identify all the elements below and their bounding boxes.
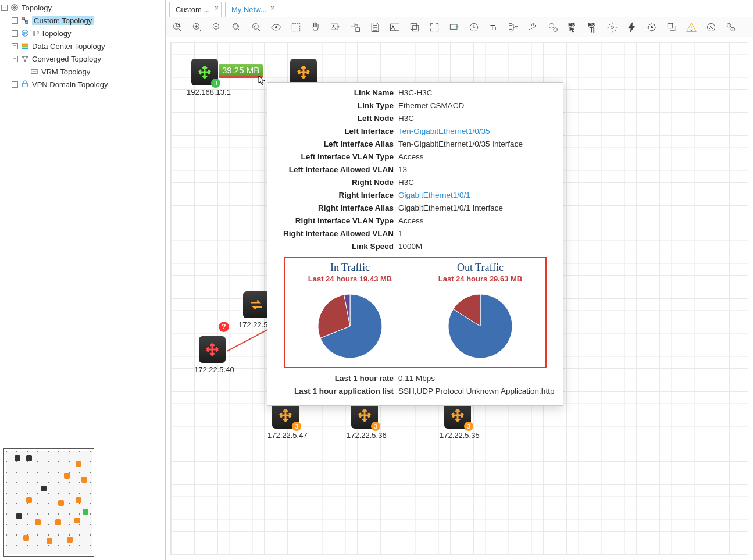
warn-button[interactable] bbox=[684, 20, 698, 34]
zoom-area-button[interactable] bbox=[230, 20, 244, 34]
close-icon[interactable]: × bbox=[270, 4, 274, 12]
zoom-fit-button[interactable]: 1:1 bbox=[170, 20, 184, 34]
detail-value: GigabitEthernet1/0/1 Interface bbox=[398, 204, 563, 212]
minimap[interactable] bbox=[3, 448, 94, 557]
tree-item-custom-topology[interactable]: +Custom Topology bbox=[10, 14, 165, 27]
svg-rect-1 bbox=[22, 17, 24, 20]
import-button[interactable] bbox=[467, 20, 481, 34]
detail-row: Left InterfaceTen-GigabitEthernet1/0/35 bbox=[267, 124, 563, 137]
link-detail-tooltip: Link NameH3C-H3CLink TypeEthernet CSMACD… bbox=[267, 82, 563, 406]
detail-key: Link Name bbox=[267, 88, 398, 97]
detail-row: Last 1 hour application listSSH,UDP Prot… bbox=[267, 387, 563, 400]
node-ip-label: 192.168.13.1 bbox=[187, 88, 231, 97]
topology-node[interactable]: 3 bbox=[191, 59, 218, 85]
zoom-reset-button[interactable] bbox=[249, 20, 263, 34]
tools-button[interactable] bbox=[526, 20, 540, 34]
detail-key: Right Interface Allowed VLAN bbox=[267, 229, 398, 238]
svg-rect-2 bbox=[26, 21, 28, 23]
detail-value: H3C-H3C bbox=[398, 88, 563, 97]
expand-icon[interactable]: + bbox=[12, 17, 18, 24]
alert-icon[interactable]: ? bbox=[219, 322, 229, 332]
traffic-charts: In Traffic Last 24 hours 19.43 MB Out Tr… bbox=[284, 257, 547, 368]
tree-item-vpn-domain-topology[interactable]: +VPN Domain Topology bbox=[10, 78, 165, 91]
detail-value: Access bbox=[398, 152, 563, 161]
tab-label: Custom ... bbox=[176, 5, 210, 14]
add-node-button[interactable] bbox=[447, 20, 461, 34]
ms-select-button[interactable]: MS bbox=[566, 20, 580, 34]
tab-strip: Custom ... × My Netw... × bbox=[166, 0, 753, 17]
expand-icon[interactable]: + bbox=[12, 81, 18, 88]
tree-item-label: Custom Topology bbox=[32, 16, 94, 25]
tree-root-topology[interactable]: − Topology bbox=[0, 1, 165, 14]
save-button[interactable] bbox=[368, 20, 382, 34]
close-icon[interactable]: × bbox=[215, 4, 219, 12]
interface-link[interactable]: Ten-GigabitEthernet1/0/35 bbox=[398, 127, 563, 135]
add-image-button[interactable] bbox=[329, 20, 342, 34]
svg-text:1:1: 1:1 bbox=[176, 23, 181, 26]
advanced-button[interactable] bbox=[704, 20, 718, 34]
svg-point-49 bbox=[691, 30, 692, 31]
detail-value: 1 bbox=[398, 229, 563, 238]
group-button[interactable] bbox=[348, 20, 362, 34]
svg-point-46 bbox=[651, 26, 652, 28]
detail-row: Left Interface VLAN TypeAccess bbox=[267, 150, 563, 163]
detail-value: 0.11 Mbps bbox=[398, 374, 435, 383]
tree-item-data-center-topology[interactable]: +Data Center Topology bbox=[10, 40, 165, 52]
svg-rect-22 bbox=[331, 24, 338, 30]
detail-row: Right NodeH3C bbox=[267, 176, 563, 188]
detail-value: Access bbox=[398, 216, 563, 225]
svg-rect-21 bbox=[292, 23, 299, 31]
text-button[interactable]: TT bbox=[487, 20, 501, 34]
expand-icon[interactable]: + bbox=[12, 30, 18, 37]
status-badge: 3 bbox=[292, 422, 301, 431]
detail-row: Right Interface VLAN TypeAccess bbox=[267, 214, 563, 227]
detail-key: Link Speed bbox=[267, 242, 398, 251]
show-button[interactable] bbox=[269, 20, 283, 34]
detail-row: Left Interface Allowed VLAN13 bbox=[267, 163, 563, 176]
datacenter-topology-icon bbox=[20, 41, 30, 51]
detail-key: Right Interface VLAN Type bbox=[267, 216, 398, 225]
pie-chart-in bbox=[315, 291, 385, 361]
gear2-button[interactable] bbox=[645, 20, 659, 34]
detail-value: 1000M bbox=[398, 242, 563, 251]
topology-canvas[interactable]: 39.25 MB ? Link NameH3C-H3CLink TypeEthe… bbox=[170, 42, 748, 555]
tree-item-vrm-topology[interactable]: VRM Topology bbox=[10, 65, 165, 78]
find-button[interactable] bbox=[546, 20, 560, 34]
select-button[interactable] bbox=[289, 20, 303, 34]
tab-my-network[interactable]: My Netw... × bbox=[225, 2, 277, 17]
zoom-out-button[interactable] bbox=[210, 20, 224, 34]
fullscreen-button[interactable] bbox=[427, 20, 441, 34]
tree-item-label: Converged Topology bbox=[32, 55, 101, 63]
settings-button[interactable] bbox=[605, 20, 619, 34]
pan-button[interactable] bbox=[309, 20, 323, 34]
detail-key: Left Interface bbox=[267, 127, 398, 135]
tab-custom[interactable]: Custom ... × bbox=[169, 2, 222, 17]
chart-subtitle: Last 24 hours 19.43 MB bbox=[285, 274, 415, 283]
collapse-icon[interactable]: − bbox=[1, 5, 8, 11]
svg-rect-36 bbox=[509, 23, 512, 25]
interface-link[interactable]: GigabitEthernet1/0/1 bbox=[398, 191, 563, 199]
layers-button[interactable] bbox=[665, 20, 679, 34]
detail-value: H3C bbox=[398, 178, 563, 187]
tree-item-converged-topology[interactable]: +Converged Topology bbox=[10, 52, 165, 65]
schematic-button[interactable] bbox=[506, 20, 520, 34]
bolt-button[interactable] bbox=[625, 20, 639, 34]
topology-link[interactable] bbox=[227, 329, 269, 351]
zoom-in-button[interactable] bbox=[190, 20, 204, 34]
tree-item-ip-topology[interactable]: +IPIP Topology bbox=[10, 27, 165, 40]
image-export-button[interactable] bbox=[388, 20, 402, 34]
link-traffic-label[interactable]: 39.25 MB bbox=[219, 64, 263, 78]
chart-out-traffic: Out Traffic Last 24 hours 29.63 MB bbox=[415, 258, 545, 367]
detail-key: Right Node bbox=[267, 178, 398, 187]
svg-rect-7 bbox=[22, 48, 28, 49]
ms-text-button[interactable]: MST| bbox=[586, 20, 599, 34]
expand-icon[interactable]: + bbox=[12, 43, 18, 49]
topology-tree: − Topology +Custom Topology+IPIP Topolog… bbox=[0, 0, 165, 445]
topology-node[interactable] bbox=[243, 291, 270, 318]
link-traffic-value: 39.25 MB bbox=[222, 65, 259, 75]
copy-button[interactable] bbox=[408, 20, 422, 34]
options-button[interactable] bbox=[724, 20, 738, 34]
topology-node[interactable] bbox=[199, 336, 226, 363]
expand-icon[interactable]: + bbox=[12, 56, 18, 62]
svg-text:T: T bbox=[494, 26, 497, 31]
